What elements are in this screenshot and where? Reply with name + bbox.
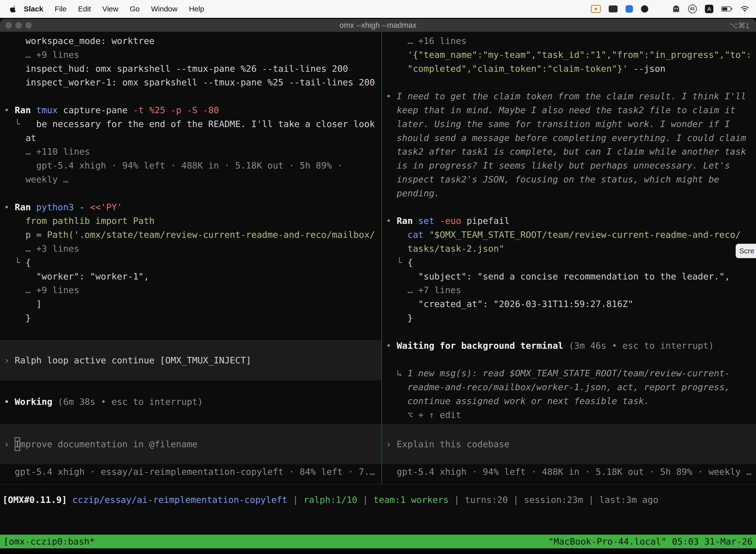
screen-recording-icon[interactable] (591, 5, 601, 13)
screen-bottom-gap (0, 548, 756, 554)
app-grid-icon[interactable] (656, 5, 664, 13)
window-shortcut: ⌥⌘1 (730, 21, 750, 30)
battery-percent: 61 (690, 6, 695, 11)
window-title: omx --xhigh --madmax (339, 21, 417, 30)
input-source-letter: A (707, 6, 711, 12)
raycast-icon[interactable] (626, 5, 633, 13)
close-button[interactable] (5, 22, 12, 29)
wifi-icon[interactable] (741, 6, 749, 12)
menu-items: Slack File Edit View Go Window Help (0, 5, 210, 13)
tmux-session-label: [omx-cczip0:bash* (3, 536, 95, 547)
tmux-host-clock: "MacBook-Pro-44.local" 05:03 31-Mar-26 (548, 536, 753, 547)
menu-status-icons: 61 A (591, 4, 749, 13)
ghostty-icon[interactable] (672, 5, 680, 13)
left-pane-composer-injected[interactable]: › Ralph loop active continue [OMX_TMUX_I… (0, 340, 381, 380)
recording-dot-icon (594, 8, 597, 10)
right-pane-status-line: gpt-5.4 xhigh · 94% left · 488K in · 5.1… (382, 465, 756, 479)
left-pane-composer-input[interactable]: › Improve documentation in @filename (0, 424, 381, 464)
tmux-status-bar: [omx-cczip0:bash* "MacBook-Pro-44.local"… (0, 535, 756, 548)
menu-item-slack[interactable]: Slack (16, 5, 49, 13)
input-source-icon[interactable]: A (705, 5, 713, 13)
shottr-icon[interactable] (641, 5, 648, 13)
menu-item-go[interactable]: Go (124, 5, 145, 13)
left-pane-working-status: • Working (6m 38s • esc to interrupt) (0, 395, 381, 409)
menu-item-edit[interactable]: Edit (72, 5, 97, 13)
right-pane-composer-input[interactable]: › Explain this codebase (382, 424, 756, 464)
left-pane-output[interactable]: workspace_mode: worktree … +9 lines insp… (0, 34, 381, 332)
minimize-button[interactable] (15, 22, 22, 29)
window-title-bar[interactable]: omx --xhigh --madmax ⌥⌘1 (0, 19, 756, 32)
pane-bottom-separator (0, 484, 756, 485)
terminal-window: omx --xhigh --madmax ⌥⌘1 workspace_mode:… (0, 19, 756, 554)
menu-item-file[interactable]: File (49, 5, 72, 13)
battery-meter-icon[interactable]: 61 (688, 4, 697, 13)
pane-divider[interactable] (381, 32, 382, 484)
battery-icon[interactable] (721, 6, 733, 12)
menu-item-view[interactable]: View (97, 5, 124, 13)
screenshot-overlay-text: Scre (739, 247, 755, 255)
left-pane-status-line: gpt-5.4 xhigh · essay/ai-reimplementatio… (0, 465, 381, 479)
menu-item-help[interactable]: Help (183, 5, 210, 13)
right-pane-output[interactable]: … +16 lines '{"team_name":"my-team","tas… (382, 34, 756, 423)
window-manager-icon[interactable] (609, 5, 618, 12)
omx-session-status-line: [OMX#0.11.9] cczip/essay/ai-reimplementa… (2, 493, 756, 507)
menu-bar: Slack File Edit View Go Window Help 61 A (0, 0, 756, 18)
screenshot-notification-overlay[interactable]: Scre (736, 244, 756, 258)
menu-item-window[interactable]: Window (145, 5, 183, 13)
apple-menu-icon[interactable] (10, 5, 16, 13)
zoom-button[interactable] (25, 22, 32, 29)
